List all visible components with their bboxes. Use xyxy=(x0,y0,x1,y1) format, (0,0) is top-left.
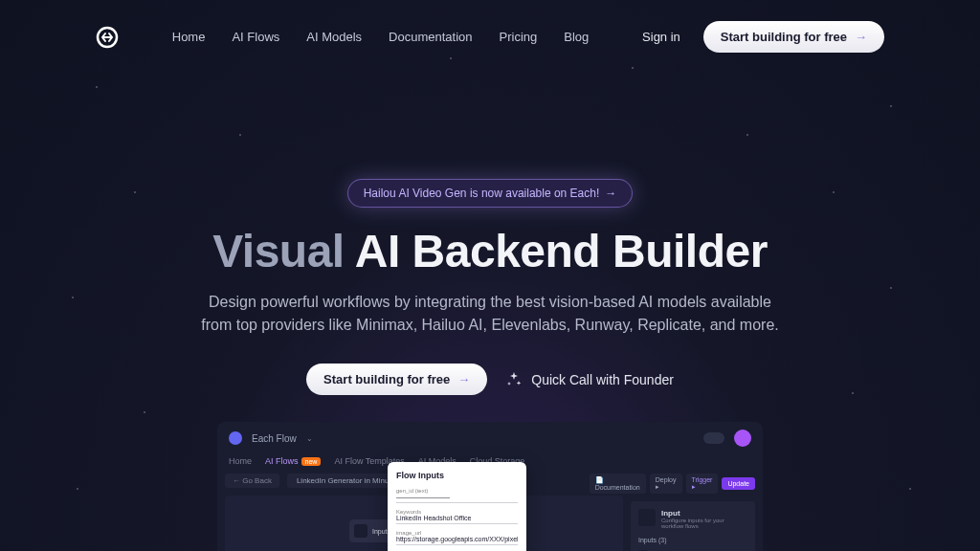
app-canvas-area: ← Go Back LinkedIn Generator in Minutes … xyxy=(225,474,623,551)
start-building-button[interactable]: Start building for free → xyxy=(703,21,884,53)
theme-toggle[interactable] xyxy=(703,432,724,444)
hero-buttons: Start building for free → Quick Call wit… xyxy=(0,364,980,395)
app-bar: Each Flow ⌄ xyxy=(225,430,755,452)
panel-section-label: Inputs (3) xyxy=(638,537,747,543)
arrow-right-icon: → xyxy=(605,187,616,200)
start-building-hero-button[interactable]: Start building for free → xyxy=(306,364,487,395)
nav-pricing[interactable]: Pricing xyxy=(500,30,538,44)
arrow-right-icon: → xyxy=(855,30,867,44)
sparkle-icon xyxy=(506,372,522,387)
app-body: ← Go Back LinkedIn Generator in Minutes … xyxy=(225,474,755,551)
panel-subtitle: Configure inputs for your workflow flows xyxy=(661,518,747,529)
nav-blog[interactable]: Blog xyxy=(564,30,589,44)
chevron-down-icon: ⌄ xyxy=(306,434,313,443)
app-preview: Each Flow ⌄ Home AI Flowsnew AI Flow Tem… xyxy=(217,422,763,551)
nav-ai-flows[interactable]: AI Flows xyxy=(232,30,279,44)
nav-home[interactable]: Home xyxy=(172,30,206,44)
main-nav: Home AI Flows AI Models Documentation Pr… xyxy=(172,30,590,44)
arrow-right-icon: → xyxy=(457,372,470,386)
panel-item[interactable]: job_id (text) ✎ 🗑 xyxy=(638,547,747,551)
workspace-name[interactable]: Each Flow xyxy=(252,433,297,444)
header: Home AI Flows AI Models Documentation Pr… xyxy=(0,0,980,74)
node-icon xyxy=(354,524,368,538)
subtitle: Design powerful workflows by integrating… xyxy=(193,291,787,337)
trigger-toolbar-button[interactable]: Trigger ▸ xyxy=(686,474,719,494)
back-button[interactable]: ← Go Back xyxy=(225,474,279,488)
panel-icon xyxy=(638,509,656,526)
update-button[interactable]: Update xyxy=(722,477,755,490)
quick-call-link[interactable]: Quick Call with Founder xyxy=(506,372,674,387)
nav-documentation[interactable]: Documentation xyxy=(389,30,472,44)
modal-title: Flow Inputs xyxy=(396,471,518,480)
toolbar: 📄 Documentation Deploy ▸ Trigger ▸ Updat… xyxy=(631,474,755,494)
title-prefix: Visual xyxy=(212,226,345,276)
app-right-panel: 📄 Documentation Deploy ▸ Trigger ▸ Updat… xyxy=(631,474,755,551)
new-badge: new xyxy=(301,457,322,466)
badge-text: Hailou AI Video Gen is now available on … xyxy=(364,187,600,200)
field-input[interactable]: LinkedIn Headshot Office xyxy=(396,515,518,524)
inputs-panel: Input Configure inputs for your workflow… xyxy=(631,501,755,551)
signin-link[interactable]: Sign in xyxy=(642,30,680,44)
nav-ai-models[interactable]: AI Models xyxy=(306,30,362,44)
deploy-button[interactable]: Deploy ▸ xyxy=(650,474,682,494)
hero-section: Hailou AI Video Gen is now available on … xyxy=(0,74,980,395)
logo[interactable] xyxy=(96,26,119,49)
panel-title: Input xyxy=(661,509,747,518)
cta-label: Start building for free xyxy=(323,372,450,386)
title-main: AI Backend Builder xyxy=(355,226,768,276)
field-input[interactable]: ———————— xyxy=(396,494,518,503)
avatar[interactable] xyxy=(734,430,751,447)
flow-inputs-modal: Flow Inputs gen_id (text) ———————— Keywo… xyxy=(388,462,526,551)
secondary-label: Quick Call with Founder xyxy=(531,372,674,387)
app-nav-flows[interactable]: AI Flowsnew xyxy=(265,456,321,466)
page-title: Visual AI Backend Builder xyxy=(0,225,980,277)
announcement-badge[interactable]: Hailou AI Video Gen is now available on … xyxy=(347,179,634,208)
field-input[interactable]: https://storage.googleapis.com/XXX/pixel… xyxy=(396,536,518,545)
cta-label: Start building for free xyxy=(721,30,847,44)
app-nav-home[interactable]: Home xyxy=(229,456,252,466)
header-right: Sign in Start building for free → xyxy=(642,21,884,53)
app-logo-icon xyxy=(229,431,242,445)
